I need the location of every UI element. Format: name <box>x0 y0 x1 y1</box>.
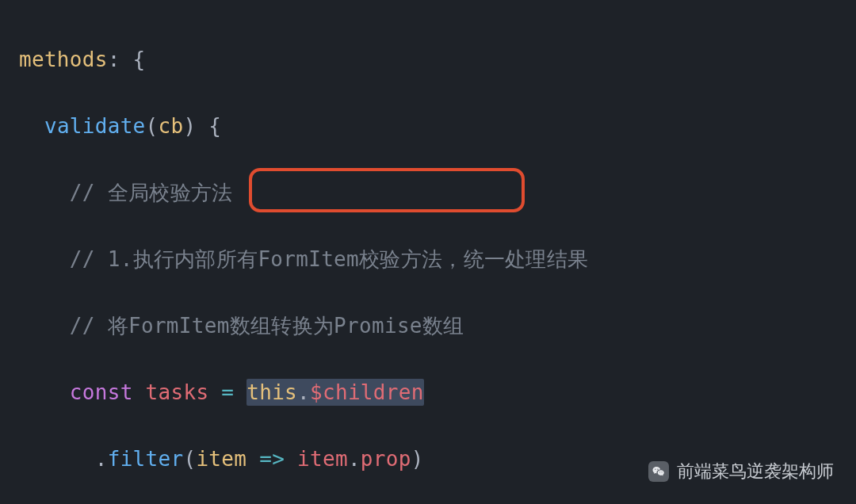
token-property: prop <box>361 447 411 471</box>
token-variable: tasks <box>146 380 209 404</box>
token-punct: ) <box>411 447 424 471</box>
token-punct: : { <box>108 48 146 71</box>
token-property: methods <box>19 48 108 71</box>
token-punct: . <box>297 380 310 404</box>
watermark-text: 前端菜鸟逆袭架构师 <box>677 455 834 488</box>
token-punct: ) { <box>183 114 221 138</box>
code-line: // 1.执行内部所有FormItem校验方法，统一处理结果 <box>19 242 856 276</box>
token-comment: // 将FormItem数组转换为Promise数组 <box>70 314 464 338</box>
code-line: methods: { <box>19 43 856 76</box>
token-arrow: => <box>246 447 297 471</box>
token-this: this <box>246 380 297 404</box>
token-punct: . <box>348 447 361 471</box>
code-editor[interactable]: methods: { validate(cb) { // 全局校验方法 // 1… <box>0 0 856 504</box>
token-punct: . <box>95 447 108 471</box>
token-comment: // 全局校验方法 <box>70 181 233 204</box>
code-line: validate(cb) { <box>19 109 856 143</box>
code-line: // 将FormItem数组转换为Promise数组 <box>19 309 856 342</box>
token-param: item <box>196 447 246 471</box>
watermark: 前端菜鸟逆袭架构师 <box>648 455 834 488</box>
token-operator: = <box>208 380 246 404</box>
code-line: const tasks = this.$children <box>19 376 856 409</box>
token-punct: ( <box>183 447 196 471</box>
wechat-icon <box>648 461 669 482</box>
token-comment: // 1.执行内部所有FormItem校验方法，统一处理结果 <box>70 247 589 271</box>
token-param: cb <box>159 114 184 138</box>
token-property: $children <box>310 380 424 404</box>
text-selection: this.$children <box>246 379 423 406</box>
token-method: validate <box>44 114 146 138</box>
wechat-icon-svg <box>652 464 666 479</box>
token-method: filter <box>108 447 184 471</box>
token-variable: item <box>297 447 348 471</box>
code-line: // 全局校验方法 <box>19 176 856 209</box>
token-keyword: const <box>70 380 133 404</box>
token-punct: ( <box>146 114 159 138</box>
